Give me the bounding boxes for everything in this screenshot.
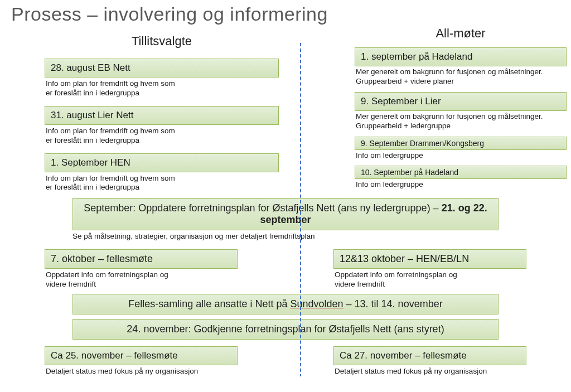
wide2-post: – 13. til 14. november [343,298,443,309]
left-heading: Tillitsvalgte [45,34,279,49]
right-item-1: 9. September i Lier [355,92,567,111]
column-divider [300,43,301,376]
right-item-2-sub: Info om ledergruppe [355,150,567,164]
right-heading: All-møter [355,26,567,41]
right-item-2: 9. September Drammen/Kongsberg [355,137,567,150]
wide1-sub: Se på målsetning, strategier, organisasj… [72,230,499,247]
page-title: Prosess – involvering og informering [0,0,571,26]
row2-right-box: 12&13 oktober – HEN/EB/LN [333,249,526,269]
left-item-1: 31. august Lier Nett [45,106,279,125]
left-item-0: 28. august EB Nett [45,59,279,78]
row3-right-sub: Detaljert status med fokus på ny organis… [333,365,526,376]
row2-left-box: 7. oktober – fellesmøte [45,249,238,269]
left-column: Tillitsvalgte 28. august EB Nett Info om… [45,26,279,198]
row2-left-sub: Oppdatert info om forretningsplan ogvide… [45,269,238,289]
top-columns: Tillitsvalgte 28. august EB Nett Info om… [0,26,571,198]
right-item-0: 1. september på Hadeland [355,47,567,66]
wide2-pre: Felles-samling alle ansatte i Nett på [128,298,290,309]
wide1-prefix: September: Oppdatere forretningsplan for… [84,202,441,214]
row3-left-box: Ca 25. november – fellesmøte [45,346,238,365]
row3-right-box: Ca 27. november – fellesmøte [333,346,526,365]
wide-box-september: September: Oppdatere forretningsplan for… [72,198,499,230]
row3-left-sub: Detaljert status med fokus på ny organis… [45,365,238,376]
right-item-3-sub: Info om ledergruppe [355,179,567,193]
wide-box-godkjenne: 24. november: Godkjenne forretningsplan … [72,319,499,340]
wide-box-sundvolden: Felles-samling alle ansatte i Nett på Su… [72,294,499,314]
left-item-2: 1. September HEN [45,153,279,172]
wide2-underline: Sundvolden [290,298,343,309]
row2-right-sub: Oppdatert info om forretningsplan ogvide… [333,269,526,289]
right-item-0-sub: Mer generelt om bakgrunn for fusjonen og… [355,66,567,90]
left-item-0-sub: Info om plan for fremdrift og hvem somer… [45,78,279,104]
right-column: All-møter 1. september på Hadeland Mer g… [355,26,567,193]
left-item-2-sub: Info om plan for fremdrift og hvem somer… [45,172,279,199]
right-item-3: 10. September på Hadeland [355,166,567,179]
right-item-1-sub: Mer generelt om bakgrunn for fusjonen og… [355,111,567,134]
left-item-1-sub: Info om plan for fremdrift og hvem somer… [45,125,279,151]
